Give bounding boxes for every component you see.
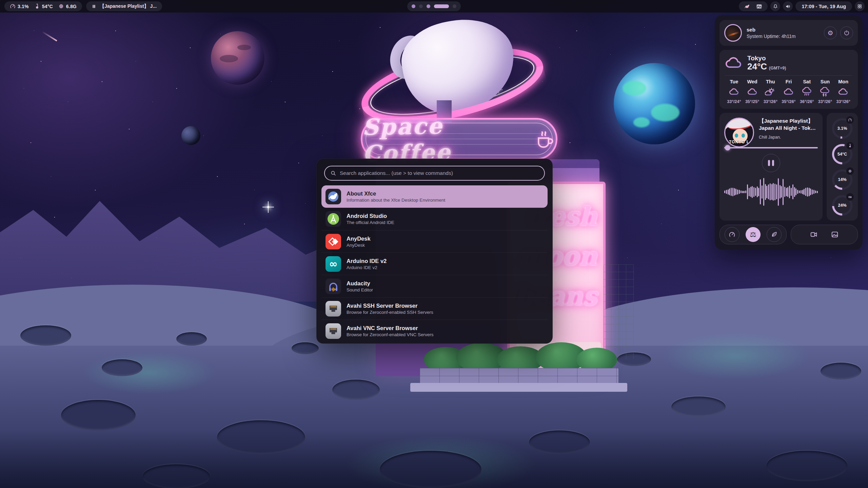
thermometer-icon (34, 3, 40, 9)
app-row-android-studio[interactable]: Android Studio The official Android IDE (321, 208, 548, 230)
leaf-icon (771, 231, 777, 238)
temperature-gauge-value: 54°C (837, 152, 847, 157)
cpu-value: 3.1% (18, 4, 29, 9)
waveform-bar (750, 187, 751, 197)
power-button[interactable] (840, 26, 853, 39)
balanced-profile-button[interactable]: ⚖ (746, 227, 761, 242)
network-port-icon (326, 301, 341, 317)
music-progress-bar[interactable] (724, 147, 818, 148)
screenshot-button[interactable] (827, 227, 842, 242)
disk-gauge-value: 24% (838, 203, 846, 208)
workspace-dot-active[interactable] (434, 4, 449, 8)
waveform-bar (752, 186, 753, 198)
app-name: Android Studio (347, 212, 394, 220)
power-profile-group: ⚖ (719, 225, 787, 244)
avatar[interactable] (724, 24, 742, 42)
weather-forecast: Tue 33°/24° Wed 35°/25° Thu 33°/26° Fri (725, 79, 852, 104)
app-description: AnyDesk (347, 242, 371, 248)
weather-city: Tokyo (747, 55, 786, 62)
forecast-day: Tue 33°/24° (725, 79, 743, 104)
workspace-dot-empty[interactable] (419, 4, 423, 8)
forecast-day: Wed 35°/25° (743, 79, 762, 104)
rain-cloud-icon (798, 86, 816, 97)
teal-glow (631, 322, 841, 390)
video-icon (810, 231, 817, 238)
screen-record-button[interactable] (806, 227, 821, 242)
notifications-button[interactable] (770, 1, 780, 11)
waveform-bar (765, 184, 766, 200)
workspace-dot-empty[interactable] (453, 4, 456, 8)
waveform-bar (749, 188, 750, 196)
app-name: About Xfce (347, 190, 445, 197)
forecast-day: Sun 33°/26° (816, 79, 834, 104)
system-stats-pill[interactable]: 3.1% 54°C 6.8G (4, 1, 82, 11)
app-row-about-xfce[interactable]: About Xfce Information about the Xfce De… (321, 185, 548, 208)
waveform-bar (786, 188, 787, 196)
cpu-gauge: 3.1% (832, 118, 852, 139)
app-row-avahi-ssh[interactable]: Avahi SSH Server Browser Browse for Zero… (321, 297, 548, 320)
track-title: 【Japanese Playlist】 Japan All Night - To… (759, 118, 818, 132)
workspace-switcher[interactable] (407, 1, 461, 11)
memory-value: 6.8G (66, 4, 77, 9)
app-name: Avahi VNC Server Browser (347, 324, 434, 332)
app-grid-button[interactable] (855, 1, 865, 11)
app-row-arduino[interactable]: ∞ Arduino IDE v2 Arduino IDE v2 (321, 252, 548, 275)
settings-button[interactable]: ⚙ (824, 26, 837, 39)
crater (292, 342, 319, 354)
speaker-icon (785, 4, 791, 9)
anydesk-icon (326, 234, 341, 249)
crater (671, 396, 726, 417)
speedometer-icon (729, 231, 735, 238)
waveform-bar (755, 188, 756, 196)
music-progress-knob[interactable] (725, 145, 730, 150)
waveform-bar (739, 190, 740, 194)
clock-label: 17:09 - Tue, 19 Aug (802, 4, 846, 9)
tray-mouse-icon[interactable] (744, 3, 750, 9)
waveform-bar (731, 188, 732, 196)
waveform-bar (804, 189, 805, 195)
android-studio-icon (326, 211, 341, 227)
image-icon (831, 231, 839, 238)
workspace-dot-occupied[interactable] (412, 4, 415, 8)
waveform-bar (784, 187, 785, 197)
performance-profile-button[interactable] (725, 227, 739, 242)
now-playing-pill[interactable]: 【Japanese Playlist】 J... (86, 1, 162, 11)
cloud-icon (834, 86, 852, 97)
waveform-bar (797, 190, 798, 194)
waveform-bar (781, 186, 782, 198)
app-launcher: About Xfce Information about the Xfce De… (316, 159, 553, 344)
waveform-bar (780, 185, 781, 199)
volume-button[interactable] (783, 1, 793, 11)
app-row-audacity[interactable]: Audacity Sound Editor (321, 275, 548, 297)
thermometer-icon (846, 142, 854, 149)
waveform-bar (805, 188, 806, 196)
temp-value: 54°C (42, 4, 53, 9)
app-row-anydesk[interactable]: AnyDesk AnyDesk (321, 230, 548, 252)
neon-coffee-cup-icon (534, 128, 556, 150)
app-row-avahi-vnc[interactable]: Avahi VNC Server Browser Browse for Zero… (321, 320, 548, 342)
arduino-icon: ∞ (326, 256, 341, 272)
clock[interactable]: 17:09 - Tue, 19 Aug (795, 1, 852, 11)
waveform-bar (813, 190, 814, 194)
memory-gauge-value: 14% (838, 177, 846, 182)
search-bar[interactable] (324, 166, 545, 181)
crater (61, 400, 136, 430)
album-art[interactable]: TOKYO L (724, 118, 754, 147)
forecast-day: Thu 33°/26° (761, 79, 780, 104)
workspace-dot-occupied[interactable] (427, 4, 430, 8)
search-input[interactable] (340, 170, 539, 176)
app-description: The official Android IDE (347, 220, 394, 226)
powersave-profile-button[interactable] (767, 227, 782, 242)
cpu-stat: 3.1% (10, 3, 29, 9)
forecast-day: Fri 35°/26° (780, 79, 798, 104)
crater (176, 332, 207, 346)
waveform-bar (763, 178, 764, 206)
memory-gauge: 14% (832, 169, 852, 190)
systray-pill[interactable] (739, 1, 768, 11)
disk-gauge: 24% (832, 195, 852, 216)
pause-button[interactable] (762, 154, 780, 172)
ground-shadow (0, 430, 868, 488)
tray-wallpaper-icon[interactable] (756, 3, 762, 9)
speedometer-icon (846, 116, 854, 124)
app-description: Sound Editor (347, 287, 373, 293)
